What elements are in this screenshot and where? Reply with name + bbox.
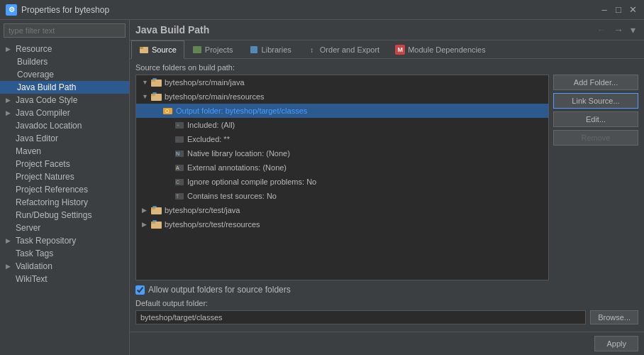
sidebar-item-wikitext[interactable]: WikiText: [0, 273, 129, 285]
tree-item-included[interactable]: +Included: (All): [136, 118, 548, 132]
chevron-icon: ▶: [6, 97, 13, 104]
tree-item-src-main-java[interactable]: ▼byteshop/src/main/java: [136, 75, 548, 89]
sidebar-item-refactoring-history[interactable]: Refactoring History: [0, 196, 129, 209]
tree-icon-test: T: [174, 190, 185, 202]
tab-projects[interactable]: Projects: [184, 40, 241, 58]
tab-label: Module Dependencies: [408, 45, 485, 54]
sidebar-item-label: Java Compiler: [16, 108, 70, 118]
svg-text:+: +: [177, 123, 179, 128]
sidebar-item-label: Server: [16, 223, 40, 233]
default-output-input[interactable]: [135, 310, 586, 324]
tabs-bar: SourceProjectsLibraries↕Order and Export…: [130, 40, 644, 59]
sidebar-item-server[interactable]: Server: [0, 222, 129, 234]
chevron-icon: ▶: [6, 263, 13, 270]
chevron-icon: ▶: [6, 109, 13, 116]
remove-button: Remove: [553, 130, 638, 146]
tree-expand-icon[interactable]: ▶: [142, 207, 149, 214]
tree-item-excluded[interactable]: -Excluded: **: [136, 132, 548, 146]
sidebar-item-java-editor[interactable]: Java Editor: [0, 132, 129, 145]
chevron-icon: ▶: [6, 45, 13, 53]
sidebar-item-task-tags[interactable]: Task Tags: [0, 247, 129, 260]
tree-item-label: Contains test sources: No: [187, 192, 277, 200]
browse-button[interactable]: Browse...: [590, 310, 638, 324]
tree-item-ignore-compile[interactable]: CIgnore optional compile problems: No: [136, 175, 548, 189]
tree-item-src-test-resources[interactable]: ▶byteshop/src/test/resources: [136, 217, 548, 231]
tree-icon-src-folder: [151, 91, 162, 102]
tree-item-label: Included: (All): [187, 121, 235, 129]
tree-expand-icon[interactable]: ▼: [142, 93, 149, 100]
edit-button[interactable]: Edit...: [553, 111, 638, 127]
sidebar-item-java-code-style[interactable]: ▶Java Code Style: [0, 94, 129, 106]
sidebar-item-resource[interactable]: ▶Resource: [0, 43, 129, 55]
tree-icon-exclude: -: [174, 133, 185, 145]
sidebar-item-label: WikiText: [16, 274, 48, 284]
tab-order-and-export[interactable]: ↕Order and Export: [299, 40, 387, 58]
tree-icon-src-folder: [151, 204, 162, 216]
add-folder-button[interactable]: Add Folder...: [553, 75, 638, 90]
allow-output-folders-checkbox[interactable]: [135, 285, 145, 295]
sidebar-item-java-compiler[interactable]: ▶Java Compiler: [0, 106, 129, 119]
sidebar-item-java-build-path[interactable]: Java Build Path: [0, 81, 129, 94]
tab-label: Projects: [205, 45, 233, 54]
sidebar-item-label: Resource: [16, 44, 52, 54]
apply-button[interactable]: Apply: [594, 336, 638, 351]
sidebar-item-label: Project References: [16, 185, 88, 195]
tab-libraries[interactable]: Libraries: [241, 40, 299, 58]
sidebar-item-project-natures[interactable]: Project Natures: [0, 170, 129, 183]
svg-rect-1: [140, 47, 143, 49]
sidebar-item-label: Project Facets: [16, 159, 70, 169]
sidebar-item-coverage[interactable]: Coverage: [0, 68, 129, 81]
tree-icon-output: O: [162, 105, 174, 116]
close-button[interactable]: ✕: [627, 4, 638, 16]
button-panel: Add Folder...Link Source...Edit...Remove: [553, 75, 638, 280]
link-source-button[interactable]: Link Source...: [553, 93, 638, 109]
tab-module-dependencies[interactable]: MModule Dependencies: [387, 40, 493, 58]
content-header: Java Build Path ← → ▾: [130, 20, 644, 40]
nav-back-button[interactable]: ←: [594, 23, 609, 37]
sidebar-item-validation[interactable]: ▶Validation: [0, 260, 129, 273]
sidebar-item-label: Java Build Path: [17, 82, 76, 92]
tree-item-test-sources[interactable]: TContains test sources: No: [136, 189, 548, 203]
minimize-button[interactable]: –: [599, 4, 610, 16]
footer: Apply: [130, 332, 644, 355]
tree-item-src-test-java[interactable]: ▶byteshop/src/test/java: [136, 203, 548, 217]
bottom-options: Allow output folders for source folders …: [135, 280, 638, 327]
tree-item-label: Output folder: byteshop/target/classes: [176, 106, 307, 115]
nav-forward-button[interactable]: →: [611, 23, 626, 37]
sidebar-item-javadoc-location[interactable]: Javadoc Location: [0, 119, 129, 132]
sidebar-item-label: Validation: [16, 261, 52, 271]
tree-item-label: byteshop/src/main/java: [165, 78, 245, 87]
sidebar-item-project-references[interactable]: Project References: [0, 183, 129, 196]
tab-source[interactable]: Source: [131, 40, 184, 59]
default-output-label: Default output folder:: [135, 299, 208, 307]
tree-item-native-lib[interactable]: NNative library location: (None): [136, 146, 548, 160]
tab-libraries-icon: [249, 45, 259, 55]
tree-expand-icon[interactable]: ▼: [142, 79, 149, 86]
sidebar-item-builders[interactable]: Builders: [0, 55, 129, 68]
output-input-row: Browse...: [135, 310, 638, 324]
filter-input[interactable]: [4, 23, 126, 38]
tab-source-icon: [139, 45, 149, 55]
svg-text:N: N: [176, 151, 179, 156]
sidebar-item-label: Javadoc Location: [16, 121, 82, 131]
tab-label: Libraries: [262, 45, 292, 54]
sidebar-item-label: Project Natures: [16, 172, 74, 182]
svg-text:O: O: [165, 109, 170, 114]
tree-item-output-folder[interactable]: OOutput folder: byteshop/target/classes: [136, 104, 548, 118]
main-layout: ▶ResourceBuildersCoverageJava Build Path…: [0, 20, 644, 355]
sidebar-item-maven[interactable]: Maven: [0, 145, 129, 158]
tree-item-label: byteshop/src/test/java: [165, 206, 240, 214]
maximize-button[interactable]: □: [613, 4, 624, 16]
nav-dropdown-button[interactable]: ▾: [628, 23, 638, 37]
sidebar-item-task-repository[interactable]: ▶Task Repository: [0, 234, 129, 247]
sidebar-item-label: Maven: [16, 146, 41, 156]
tree-expand-icon[interactable]: ▶: [142, 221, 149, 228]
sidebar-item-label: Java Code Style: [16, 95, 77, 105]
sidebar-item-label: Java Editor: [16, 133, 58, 143]
sidebar-item-project-facets[interactable]: Project Facets: [0, 158, 129, 170]
tree-item-external-annotations[interactable]: AExternal annotations: (None): [136, 160, 548, 175]
tab-label: Source: [152, 45, 177, 54]
tree-item-src-main-resources[interactable]: ▼byteshop/src/main/resources: [136, 89, 548, 104]
sidebar: ▶ResourceBuildersCoverageJava Build Path…: [0, 20, 130, 355]
sidebar-item-run-debug-settings[interactable]: Run/Debug Settings: [0, 209, 129, 222]
